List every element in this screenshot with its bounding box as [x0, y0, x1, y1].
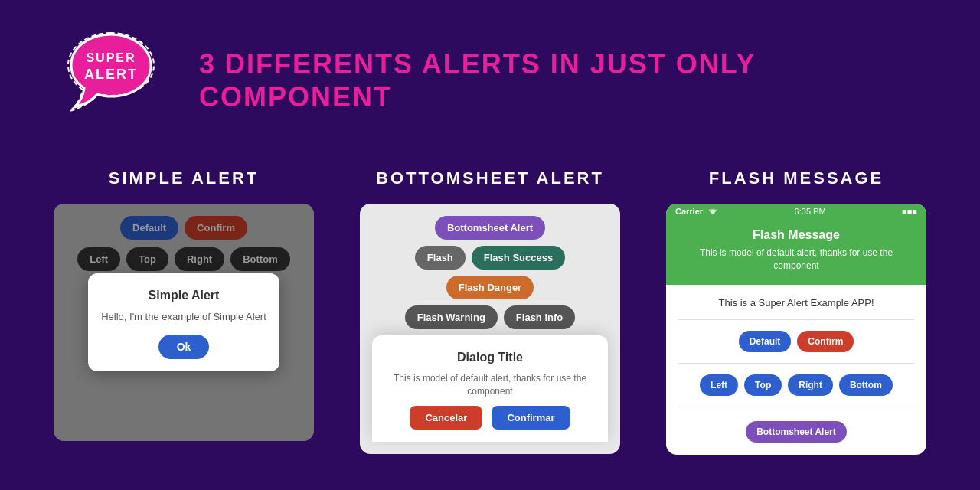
- columns-container: SIMPLE ALERT Default Confirm Left Top Ri…: [0, 168, 980, 455]
- carrier-label: Carrier: [675, 207, 718, 216]
- dialog-message: Hello, I'm the example of Simple Alert: [101, 310, 266, 324]
- flash-danger-button[interactable]: Flash Danger: [446, 276, 534, 299]
- bottomsheet-alert-button[interactable]: Bottomsheet Alert: [435, 216, 545, 240]
- flash-banner: Flash Message This is model of default a…: [666, 219, 926, 285]
- flash-top-button[interactable]: Top: [744, 374, 782, 396]
- dialog-ok-button[interactable]: Ok: [158, 335, 210, 359]
- divider-3: [678, 407, 914, 407]
- confirmar-button[interactable]: Confirmar: [492, 406, 570, 430]
- simple-alert-dialog: Simple Alert Hello, I'm the example of S…: [88, 273, 279, 371]
- flash-phone-mockup: Carrier 6:35 PM ■■■ Flash Message This i…: [666, 204, 926, 455]
- flash-default-button[interactable]: Default: [739, 331, 792, 352]
- flash-banner-message: This is model of default alert, thanks f…: [678, 247, 914, 273]
- svg-text:SUPER: SUPER: [86, 51, 136, 64]
- bottomsheet-panel: Dialog Title This is model of default al…: [372, 335, 608, 442]
- flash-right-button[interactable]: Right: [788, 374, 833, 396]
- bottomsheet-dialog-title: Dialog Title: [457, 351, 523, 364]
- flash-info-btn2[interactable]: Flash Info: [504, 305, 575, 329]
- header: SUPER ALERT 3 DIFFERENTS ALERTS IN JUST …: [0, 0, 980, 161]
- bottomsheet-dialog-message: This is model of default alert, thanks f…: [384, 372, 596, 398]
- bottomsheet-row3: Flash Warning Flash Info: [405, 305, 575, 329]
- battery-label: ■■■: [902, 207, 917, 216]
- flash-body-text: This is a Super Alert Example APP!: [718, 297, 874, 309]
- flash-bottom-button[interactable]: Bottom: [839, 374, 893, 396]
- flash-success-button[interactable]: Flash Success: [472, 246, 565, 270]
- flash-button[interactable]: Flash: [415, 246, 466, 270]
- flash-left-button[interactable]: Left: [700, 374, 738, 396]
- flash-message-title: FLASH MESSAGE: [709, 168, 884, 188]
- dialog-title: Simple Alert: [149, 289, 220, 302]
- divider-1: [678, 319, 914, 320]
- flash-warning-btn2[interactable]: Flash Warning: [405, 305, 498, 329]
- cancelar-button[interactable]: Cancelar: [410, 406, 482, 430]
- flash-confirm-button[interactable]: Confirm: [797, 331, 854, 352]
- super-alert-logo: SUPER ALERT: [50, 19, 172, 142]
- simple-alert-column: SIMPLE ALERT Default Confirm Left Top Ri…: [31, 168, 337, 455]
- svg-text:ALERT: ALERT: [84, 67, 138, 82]
- page-title: 3 DIFFERENTS ALERTS IN JUST ONLY COMPONE…: [199, 47, 934, 113]
- status-bar: Carrier 6:35 PM ■■■: [666, 204, 926, 219]
- time-label: 6:35 PM: [795, 207, 826, 216]
- divider-2: [678, 363, 914, 364]
- bottomsheet-title: BOTTOMSHEET ALERT: [376, 168, 604, 188]
- simple-alert-title: SIMPLE ALERT: [109, 168, 260, 188]
- flash-body: This is a Super Alert Example APP! Defau…: [666, 285, 926, 455]
- dialog-overlay: Simple Alert Hello, I'm the example of S…: [54, 204, 314, 441]
- flash-column: FLASH MESSAGE Carrier 6:35 PM ■■■ Flash …: [643, 168, 949, 455]
- flash-btn-row3: Bottomsheet Alert: [746, 421, 847, 443]
- bottomsheet-action-row: Cancelar Confirmar: [410, 406, 570, 430]
- simple-alert-mockup: Default Confirm Left Top Right Bottom Si…: [54, 204, 314, 441]
- flash-banner-title: Flash Message: [753, 228, 840, 242]
- bottomsheet-mockup: Bottomsheet Alert Flash Flash Success Fl…: [360, 204, 620, 454]
- bottomsheet-column: BOTTOMSHEET ALERT Bottomsheet Alert Flas…: [337, 168, 643, 455]
- flash-btn-row2: Left Top Right Bottom: [700, 374, 893, 396]
- bottomsheet-row1: Bottomsheet Alert: [435, 216, 545, 240]
- bottomsheet-row2: Flash Flash Success Flash Danger: [372, 246, 608, 299]
- flash-btn-row1: Default Confirm: [739, 331, 854, 352]
- flash-bottomsheet-button[interactable]: Bottomsheet Alert: [746, 421, 847, 443]
- logo-container: SUPER ALERT: [46, 15, 176, 145]
